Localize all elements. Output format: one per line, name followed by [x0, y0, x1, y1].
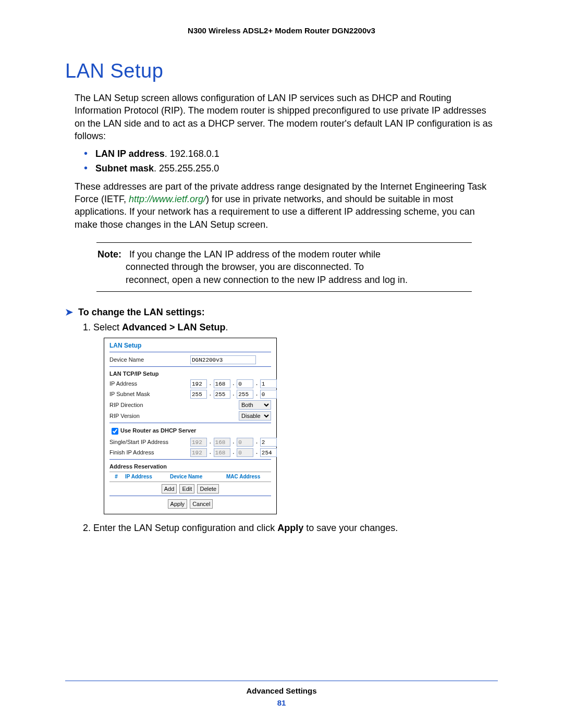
dot-icon: . — [209, 438, 212, 446]
ietf-paragraph: These addresses are part of the private … — [75, 180, 498, 231]
chevron-right-icon: ➤ — [65, 307, 73, 317]
panel-rule-4 — [109, 459, 271, 460]
dhcp-checkbox-label[interactable]: Use Router as DHCP Server — [109, 426, 196, 436]
start-ip-row: Single/Start IP Address . . . — [109, 438, 271, 447]
ar-col-mac: MAC Address — [224, 472, 271, 482]
ip-address-label: IP Address — [109, 380, 190, 388]
step-2: Enter the LAN Setup configuration and cl… — [93, 522, 498, 534]
sm-o1[interactable] — [190, 390, 207, 399]
note-line3: reconnect, open a new connection to the … — [126, 274, 471, 286]
finish-o4[interactable] — [260, 448, 277, 457]
dhcp-checkbox-text: Use Router as DHCP Server — [120, 428, 196, 434]
dhcp-checkbox[interactable] — [112, 428, 118, 435]
rip-version-label: RIP Version — [109, 412, 190, 420]
step2-apply: Apply — [277, 523, 303, 533]
subnet-value: . 255.255.255.0 — [154, 163, 219, 174]
sm-o2[interactable] — [214, 390, 230, 399]
rip-direction-row: RIP Direction Both — [109, 400, 271, 410]
apply-button-row: Apply Cancel — [109, 499, 271, 509]
delete-button[interactable]: Delete — [197, 484, 219, 493]
note-line2: connected through the browser, you are d… — [126, 261, 471, 273]
ar-col-num: # — [109, 472, 123, 482]
device-name-input[interactable] — [190, 355, 256, 364]
step1-post: . — [226, 322, 228, 332]
finish-o2 — [214, 448, 230, 457]
add-button[interactable]: Add — [162, 484, 177, 493]
ar-col-device: Device Name — [168, 472, 224, 482]
note-label: Note: — [97, 249, 121, 260]
dot-icon: . — [255, 390, 259, 398]
start-ip-label: Single/Start IP Address — [109, 438, 190, 446]
dot-icon: . — [232, 380, 236, 388]
subnet-label: Subnet mask — [95, 163, 154, 174]
default-lan-ip: LAN IP address. 192.168.0.1 — [84, 147, 498, 160]
section-title: LAN Setup — [65, 60, 498, 82]
footer-section-name: Advanced Settings — [0, 686, 563, 695]
tcpip-heading: LAN TCP/IP Setup — [109, 370, 271, 378]
device-name-row: Device Name — [109, 355, 271, 364]
start-o4[interactable] — [260, 438, 277, 447]
lan-setup-panel: LAN Setup Device Name LAN TCP/IP Setup I… — [104, 338, 277, 514]
dot-icon: . — [209, 390, 212, 398]
step1-path: Advanced > LAN Setup — [122, 322, 226, 332]
dot-icon: . — [232, 390, 236, 398]
ar-button-row: Add Edit Delete — [109, 484, 271, 493]
edit-button[interactable]: Edit — [179, 484, 194, 493]
ip-o4[interactable] — [260, 379, 277, 388]
sm-o3[interactable] — [237, 390, 253, 399]
dot-icon: . — [232, 449, 236, 456]
lan-ip-value: . 192.168.0.1 — [165, 149, 219, 159]
finish-ip-label: Finish IP Address — [109, 449, 190, 456]
dot-icon: . — [232, 438, 236, 446]
finish-ip-row: Finish IP Address . . . — [109, 448, 271, 457]
rip-version-row: RIP Version Disable — [109, 411, 271, 421]
note-line1: If you change the LAN IP address of the … — [124, 249, 381, 260]
dot-icon: . — [209, 380, 212, 388]
rip-direction-label: RIP Direction — [109, 401, 190, 409]
start-o2 — [214, 438, 230, 447]
default-subnet: Subnet mask. 255.255.255.0 — [84, 162, 498, 175]
dot-icon: . — [255, 380, 259, 388]
subnet-row: IP Subnet Mask . . . — [109, 390, 271, 399]
note-line1-text: If you change the LAN IP address of the … — [129, 249, 381, 260]
intro-paragraph: The LAN Setup screen allows configuratio… — [75, 92, 498, 142]
defaults-list: LAN IP address. 192.168.0.1 Subnet mask.… — [84, 147, 498, 175]
footer-rule — [65, 681, 498, 681]
start-o3 — [237, 438, 253, 447]
panel-rule-3 — [109, 423, 271, 423]
lan-ip-label: LAN IP address — [95, 149, 165, 159]
start-o1 — [190, 438, 207, 447]
ietf-link[interactable]: http://www.ietf.org/ — [129, 194, 206, 204]
dot-icon: . — [209, 449, 212, 456]
panel-rule-1 — [109, 352, 271, 352]
ar-col-ip: IP Address — [123, 472, 168, 482]
subnet-mask-label: IP Subnet Mask — [109, 390, 190, 398]
dot-icon: . — [255, 449, 259, 456]
step-1: Select Advanced > LAN Setup. LAN Setup D… — [93, 321, 498, 514]
apply-button[interactable]: Apply — [168, 499, 188, 509]
dot-icon: . — [255, 438, 259, 446]
panel-title: LAN Setup — [109, 341, 271, 350]
dhcp-checkbox-row: Use Router as DHCP Server — [109, 426, 271, 436]
step1-pre: Select — [93, 322, 122, 332]
ip-o2[interactable] — [214, 379, 230, 388]
step2-post: to save your changes. — [303, 523, 398, 533]
footer-page-number: 81 — [0, 698, 563, 707]
sm-o4[interactable] — [260, 390, 277, 399]
ip-o1[interactable] — [190, 379, 207, 388]
ip-address-row: IP Address . . . — [109, 379, 271, 388]
address-reservation-heading: Address Reservation — [109, 463, 271, 471]
ip-o3[interactable] — [237, 379, 253, 388]
cancel-button[interactable]: Cancel — [190, 499, 213, 509]
device-name-label: Device Name — [109, 356, 190, 364]
address-reservation-header-row: # IP Address Device Name MAC Address — [109, 472, 271, 482]
procedure-steps: Select Advanced > LAN Setup. LAN Setup D… — [84, 321, 498, 534]
rip-direction-select[interactable]: Both — [239, 400, 271, 410]
finish-o3 — [237, 448, 253, 457]
rip-version-select[interactable]: Disable — [239, 411, 271, 421]
doc-header: N300 Wireless ADSL2+ Modem Router DGN220… — [65, 26, 498, 35]
panel-rule-5 — [109, 496, 271, 496]
finish-o1 — [190, 448, 207, 457]
page-footer: Advanced Settings 81 — [0, 681, 563, 707]
procedure-heading: ➤To change the LAN settings: — [65, 306, 498, 318]
